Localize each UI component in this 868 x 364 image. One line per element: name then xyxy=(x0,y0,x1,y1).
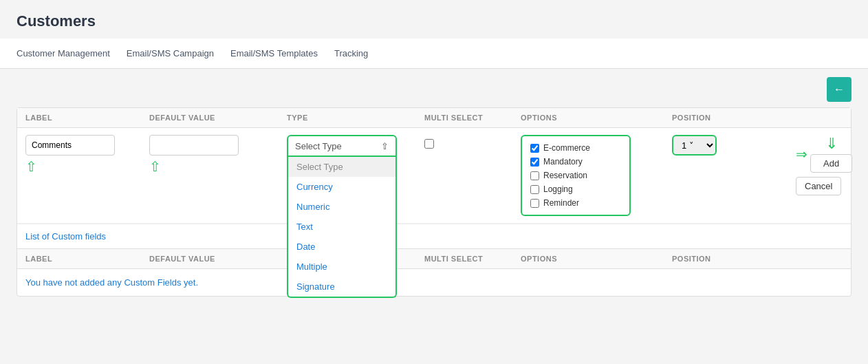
option-reminder: Reminder xyxy=(530,198,621,208)
multi-select-cell xyxy=(424,135,521,153)
arrow-down-icon: ⇓ xyxy=(825,135,838,153)
col2-default-value: DEFAULT VALUE xyxy=(149,255,287,263)
tab-customer-management[interactable]: Customer Management xyxy=(17,44,110,63)
add-button[interactable]: Add xyxy=(810,154,852,173)
default-value-cell: ⇧ xyxy=(149,135,287,175)
table-header2: LABEL DEFAULT VALUE TYPE MULTI SELECT OP… xyxy=(17,248,851,269)
table-header: LABEL DEFAULT VALUE TYPE MULTI SELECT OP… xyxy=(17,108,851,128)
option-ecommerce-label: E-commerce xyxy=(543,143,590,153)
option-mandatory: Mandatory xyxy=(530,157,621,167)
option-ecommerce: E-commerce xyxy=(530,143,621,153)
col-type: TYPE xyxy=(287,114,424,122)
action-cell: ⇒ ⇓ Add Cancel xyxy=(796,135,868,195)
back-button[interactable]: ← xyxy=(827,77,851,102)
page-title: Customers xyxy=(17,12,851,30)
dropdown-item-text[interactable]: Text xyxy=(288,217,395,237)
tab-email-sms-campaign[interactable]: Email/SMS Campaign xyxy=(127,44,214,63)
empty-msg-highlight: not xyxy=(65,277,77,288)
label-arrow-up-icon: ⇧ xyxy=(25,158,37,175)
type-dropdown: Select Type ⇧ Select Type Currency Numer… xyxy=(287,135,397,157)
dropdown-item-currency[interactable]: Currency xyxy=(288,177,395,197)
option-reminder-checkbox[interactable] xyxy=(530,199,539,208)
label-cell: ⇧ xyxy=(25,135,149,175)
cancel-button[interactable]: Cancel xyxy=(796,177,841,195)
type-dropdown-trigger[interactable]: Select Type ⇧ xyxy=(287,135,397,157)
col2-options: OPTIONS xyxy=(521,255,672,263)
option-logging: Logging xyxy=(530,184,621,194)
add-row: ⇧ ⇧ Select Type ⇧ Select Type Currency xyxy=(17,128,851,224)
multi-select-checkbox[interactable] xyxy=(424,139,434,149)
option-reminder-label: Reminder xyxy=(543,198,579,208)
empty-state-row: You have not added any Custom Fields yet… xyxy=(17,269,851,296)
tab-email-sms-templates[interactable]: Email/SMS Templates xyxy=(230,44,318,63)
option-reservation-label: Reservation xyxy=(543,171,587,180)
tab-tracking[interactable]: Tracking xyxy=(334,44,368,63)
custom-fields-label: List of Custom fields xyxy=(17,224,851,248)
col-options: OPTIONS xyxy=(521,114,672,122)
chevron-up-icon: ⇧ xyxy=(381,141,389,151)
type-dropdown-label: Select Type xyxy=(295,141,342,151)
dropdown-item-multiple[interactable]: Multiple xyxy=(288,257,395,277)
nav-tabs: Customer Management Email/SMS Campaign E… xyxy=(0,39,868,69)
col2-position: POSITION xyxy=(672,255,796,263)
col2-actions xyxy=(796,255,868,263)
type-dropdown-list: Select Type Currency Numeric Text Date M… xyxy=(287,157,397,298)
option-mandatory-label: Mandatory xyxy=(543,157,583,167)
col-label: LABEL xyxy=(25,114,149,122)
col2-multi-select: MULTI SELECT xyxy=(424,255,521,263)
position-select[interactable]: 1 ˅ xyxy=(672,135,717,156)
arrow-right-icon: ⇒ xyxy=(796,146,807,162)
option-logging-label: Logging xyxy=(543,184,573,194)
col-actions xyxy=(796,114,868,122)
option-reservation: Reservation xyxy=(530,171,621,180)
dropdown-item-date[interactable]: Date xyxy=(288,237,395,257)
col-multi-select: MULTI SELECT xyxy=(424,114,521,122)
default-value-arrow-up-icon: ⇧ xyxy=(149,158,161,175)
empty-msg-before: You have xyxy=(25,277,65,288)
options-panel: E-commerce Mandatory Reservation Logging xyxy=(521,135,631,216)
default-value-input[interactable] xyxy=(149,135,239,156)
option-logging-checkbox[interactable] xyxy=(530,185,539,194)
dropdown-item-signature[interactable]: Signature xyxy=(288,277,395,297)
col-position: POSITION xyxy=(672,114,796,122)
col-default-value: DEFAULT VALUE xyxy=(149,114,287,122)
dropdown-item-select-type[interactable]: Select Type xyxy=(288,157,395,177)
option-reservation-checkbox[interactable] xyxy=(530,171,539,180)
type-cell: Select Type ⇧ Select Type Currency Numer… xyxy=(287,135,424,157)
empty-msg-after: added any Custom Fields yet. xyxy=(77,277,198,288)
options-cell: E-commerce Mandatory Reservation Logging xyxy=(521,135,672,216)
position-cell: 1 ˅ xyxy=(672,135,796,156)
col2-label: LABEL xyxy=(25,255,149,263)
dropdown-item-numeric[interactable]: Numeric xyxy=(288,197,395,217)
label-input[interactable] xyxy=(25,135,115,156)
option-mandatory-checkbox[interactable] xyxy=(530,158,539,167)
option-ecommerce-checkbox[interactable] xyxy=(530,144,539,153)
